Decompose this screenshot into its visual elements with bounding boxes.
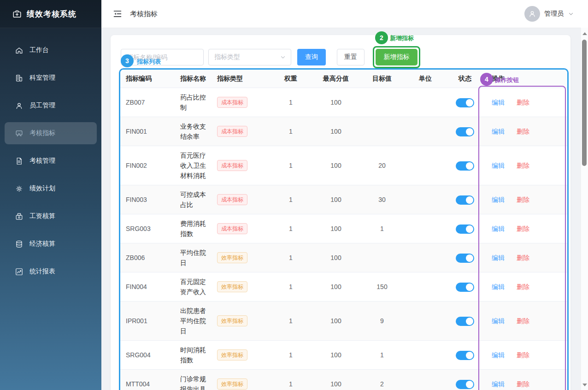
user-menu[interactable]: 管理员 <box>524 6 574 22</box>
cell-indicator-type: 效率指标 <box>217 272 269 301</box>
cell-max-score: 100 <box>313 88 359 117</box>
cell-actions: 编辑 删除 <box>484 341 567 370</box>
sidebar-item-indicators[interactable]: 考核指标 <box>5 122 97 144</box>
cell-target: 1 <box>359 214 405 243</box>
delete-link[interactable]: 删除 <box>517 128 529 135</box>
edit-link[interactable]: 编辑 <box>492 128 505 135</box>
scrollbar-down-arrow[interactable] <box>582 384 587 386</box>
reset-button[interactable]: 重置 <box>337 49 365 65</box>
edit-link[interactable]: 编辑 <box>492 162 505 169</box>
toggle-knob <box>466 128 473 136</box>
type-tag: 成本指标 <box>217 160 247 171</box>
cell-target <box>359 243 405 272</box>
edit-link[interactable]: 编辑 <box>492 99 505 106</box>
cell-target: 20 <box>359 146 405 185</box>
status-toggle[interactable] <box>456 351 474 360</box>
cell-indicator-type: 成本指标 <box>217 146 269 185</box>
sidebar-item-assessment[interactable]: 考核管理 <box>5 150 97 172</box>
edit-link[interactable]: 编辑 <box>492 351 505 359</box>
sidebar-item-workbench[interactable]: 工作台 <box>5 39 97 61</box>
indicator-table: 指标编码 指标名称 指标类型 权重 最高分值 目标值 单位 状态 操作 ZB00… <box>120 70 567 390</box>
cell-indicator-code: SRG004 <box>120 341 180 370</box>
delete-link[interactable]: 删除 <box>517 99 529 106</box>
topbar: 考核指标 管理员 <box>101 0 588 28</box>
cell-indicator-type: 效率指标 <box>217 341 269 370</box>
sidebar-item-reports[interactable]: 统计报表 <box>5 260 97 283</box>
delete-link[interactable]: 删除 <box>517 380 529 388</box>
sidebar-item-employees[interactable]: 员工管理 <box>5 95 97 117</box>
cell-unit <box>405 146 446 185</box>
cell-indicator-name: 费用消耗指数 <box>180 214 217 243</box>
delete-link[interactable]: 删除 <box>517 283 529 290</box>
status-toggle[interactable] <box>456 161 474 171</box>
edit-link[interactable]: 编辑 <box>492 317 505 325</box>
delete-link[interactable]: 删除 <box>517 225 529 232</box>
edit-link[interactable]: 编辑 <box>492 380 505 388</box>
delete-link[interactable]: 删除 <box>517 351 529 359</box>
annotation-label-list: 指标列表 <box>137 58 161 66</box>
status-toggle[interactable] <box>456 380 474 389</box>
status-toggle[interactable] <box>456 195 474 205</box>
payroll-icon <box>15 212 24 221</box>
sidebar-item-label: 工资核算 <box>29 212 55 220</box>
cell-actions: 编辑 删除 <box>484 272 567 301</box>
cell-max-score: 100 <box>313 341 359 370</box>
type-select[interactable]: 指标类型 <box>208 49 291 65</box>
scrollbar-thumb[interactable] <box>582 40 587 166</box>
toggle-knob <box>466 352 473 359</box>
status-toggle[interactable] <box>456 317 474 326</box>
cell-indicator-code: FIN004 <box>120 272 180 301</box>
annotation-label-add: 新增指标 <box>390 34 414 42</box>
delete-link[interactable]: 删除 <box>517 254 529 261</box>
sidebar-item-label: 工作台 <box>29 46 49 54</box>
cell-target: 150 <box>359 272 405 301</box>
add-indicator-button[interactable]: 新增指标 <box>376 49 417 65</box>
sidebar-item-performance-plan[interactable]: 绩效计划 <box>5 177 97 200</box>
cell-target: 9 <box>359 301 405 341</box>
delete-link[interactable]: 删除 <box>517 162 529 169</box>
edit-link[interactable]: 编辑 <box>492 254 505 261</box>
edit-link[interactable]: 编辑 <box>492 225 505 232</box>
cell-status <box>446 301 484 341</box>
scrollbar-up-arrow[interactable] <box>582 32 587 35</box>
table-row: FIN003 可控成本占比 成本指标 1 100 30 编辑 删除 <box>120 185 567 214</box>
cell-status <box>446 185 484 214</box>
cell-unit <box>405 214 446 243</box>
edit-link[interactable]: 编辑 <box>492 283 505 290</box>
status-toggle[interactable] <box>456 225 474 234</box>
menu-fold-icon[interactable] <box>112 9 123 19</box>
sidebar-item-departments[interactable]: 科室管理 <box>5 67 97 89</box>
cell-actions: 编辑 删除 <box>484 146 567 185</box>
sidebar-item-economy[interactable]: 经济核算 <box>5 233 97 255</box>
table-row: SRG004 时间消耗指数 效率指标 1 100 1 编辑 删除 <box>120 341 567 370</box>
delete-link[interactable]: 删除 <box>517 317 529 325</box>
annotation-badge-2: 2 <box>375 31 388 44</box>
chevron-down-icon <box>568 11 574 17</box>
status-toggle[interactable] <box>456 98 474 107</box>
cell-actions: 编辑 删除 <box>484 117 567 146</box>
app-title: 绩效考核系统 <box>27 9 76 19</box>
cell-weight: 1 <box>269 117 313 146</box>
cell-max-score: 100 <box>313 117 359 146</box>
building-icon <box>15 74 24 83</box>
type-tag: 效率指标 <box>217 349 247 360</box>
cell-weight: 1 <box>269 301 313 341</box>
cell-unit <box>405 185 446 214</box>
cell-max-score: 100 <box>313 243 359 272</box>
header-code: 指标编码 <box>120 70 180 88</box>
delete-link[interactable]: 删除 <box>517 196 529 203</box>
query-button[interactable]: 查询 <box>297 49 326 65</box>
cell-actions: 编辑 删除 <box>484 214 567 243</box>
sidebar: 绩效考核系统 工作台 科室管理 员工管理 考核指标 考核管理 <box>0 0 101 390</box>
vertical-scrollbar[interactable] <box>581 28 588 390</box>
status-toggle[interactable] <box>456 127 474 136</box>
gear-icon <box>15 184 24 193</box>
sidebar-item-salary[interactable]: 工资核算 <box>5 205 97 227</box>
cell-unit <box>405 370 446 390</box>
status-toggle[interactable] <box>456 283 474 292</box>
cell-status <box>446 117 484 146</box>
cell-max-score: 100 <box>313 301 359 341</box>
status-toggle[interactable] <box>456 254 474 263</box>
edit-link[interactable]: 编辑 <box>492 196 505 203</box>
cell-indicator-code: ZB007 <box>120 88 180 117</box>
